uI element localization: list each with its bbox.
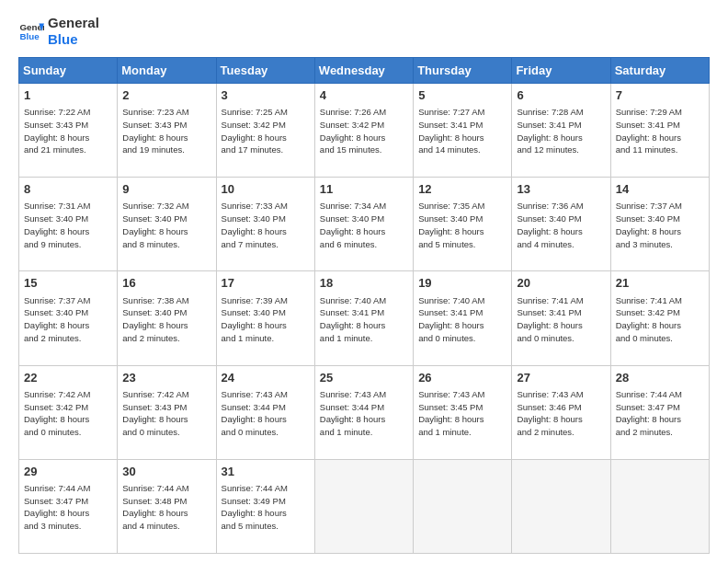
day-info: Sunrise: 7:40 AMSunset: 3:41 PMDaylight:… [418,294,506,345]
day-info: Sunrise: 7:29 AMSunset: 3:41 PMDaylight:… [616,106,704,156]
day-info: Sunrise: 7:31 AMSunset: 3:40 PMDaylight:… [24,200,112,250]
day-cell-22: 22Sunrise: 7:42 AMSunset: 3:42 PMDayligh… [19,365,118,459]
weekday-tuesday: Tuesday [216,58,314,84]
week-row-1: 1Sunrise: 7:22 AMSunset: 3:43 PMDaylight… [19,84,710,178]
day-info: Sunrise: 7:42 AMSunset: 3:42 PMDaylight:… [24,388,112,439]
day-cell-17: 17Sunrise: 7:39 AMSunset: 3:40 PMDayligh… [216,271,314,365]
svg-text:Blue: Blue [19,31,40,41]
day-info: Sunrise: 7:44 AMSunset: 3:49 PMDaylight:… [222,482,310,533]
empty-cell [610,459,709,553]
day-cell-14: 14Sunrise: 7:37 AMSunset: 3:40 PMDayligh… [610,178,709,271]
day-cell-20: 20Sunrise: 7:41 AMSunset: 3:41 PMDayligh… [512,271,610,365]
logo: General Blue General Blue [18,15,99,48]
day-cell-12: 12Sunrise: 7:35 AMSunset: 3:40 PMDayligh… [414,178,512,271]
day-info: Sunrise: 7:23 AMSunset: 3:43 PMDaylight:… [122,106,210,156]
day-info: Sunrise: 7:37 AMSunset: 3:40 PMDaylight:… [24,294,112,345]
weekday-sunday: Sunday [19,58,118,84]
day-number: 21 [616,275,704,292]
day-info: Sunrise: 7:39 AMSunset: 3:40 PMDaylight:… [222,294,310,345]
day-cell-1: 1Sunrise: 7:22 AMSunset: 3:43 PMDaylight… [19,84,118,178]
day-info: Sunrise: 7:44 AMSunset: 3:48 PMDaylight:… [122,482,210,533]
day-info: Sunrise: 7:44 AMSunset: 3:47 PMDaylight:… [616,388,704,439]
day-info: Sunrise: 7:26 AMSunset: 3:42 PMDaylight:… [320,106,408,156]
day-cell-23: 23Sunrise: 7:42 AMSunset: 3:43 PMDayligh… [118,365,216,459]
day-number: 31 [222,464,310,480]
day-cell-11: 11Sunrise: 7:34 AMSunset: 3:40 PMDayligh… [314,178,413,271]
day-number: 11 [320,181,408,198]
day-cell-2: 2Sunrise: 7:23 AMSunset: 3:43 PMDaylight… [118,84,216,178]
day-cell-30: 30Sunrise: 7:44 AMSunset: 3:48 PMDayligh… [118,459,216,553]
day-cell-3: 3Sunrise: 7:25 AMSunset: 3:42 PMDaylight… [216,84,314,178]
day-number: 14 [616,181,704,198]
day-info: Sunrise: 7:42 AMSunset: 3:43 PMDaylight:… [122,388,210,439]
day-info: Sunrise: 7:41 AMSunset: 3:41 PMDaylight:… [517,294,605,345]
empty-cell [314,459,413,553]
weekday-friday: Friday [512,58,610,84]
day-number: 30 [122,464,210,480]
day-cell-27: 27Sunrise: 7:43 AMSunset: 3:46 PMDayligh… [512,365,610,459]
day-cell-19: 19Sunrise: 7:40 AMSunset: 3:41 PMDayligh… [414,271,512,365]
day-number: 23 [122,370,210,386]
day-info: Sunrise: 7:43 AMSunset: 3:44 PMDaylight:… [222,388,310,439]
day-info: Sunrise: 7:41 AMSunset: 3:42 PMDaylight:… [616,294,704,345]
logo-general-text: General [48,15,99,31]
day-number: 12 [418,181,506,198]
header: General Blue General Blue [18,15,710,48]
day-cell-4: 4Sunrise: 7:26 AMSunset: 3:42 PMDaylight… [314,84,413,178]
day-number: 27 [517,370,605,386]
day-info: Sunrise: 7:27 AMSunset: 3:41 PMDaylight:… [418,106,506,156]
day-number: 26 [418,370,506,386]
day-info: Sunrise: 7:38 AMSunset: 3:40 PMDaylight:… [122,294,210,345]
weekday-monday: Monday [118,58,216,84]
day-cell-31: 31Sunrise: 7:44 AMSunset: 3:49 PMDayligh… [216,459,314,553]
day-number: 15 [24,275,112,292]
day-number: 8 [24,181,112,198]
day-info: Sunrise: 7:33 AMSunset: 3:40 PMDaylight:… [222,200,310,250]
day-number: 5 [418,87,506,104]
day-cell-26: 26Sunrise: 7:43 AMSunset: 3:45 PMDayligh… [414,365,512,459]
day-cell-29: 29Sunrise: 7:44 AMSunset: 3:47 PMDayligh… [19,459,118,553]
day-number: 13 [517,181,605,198]
day-cell-5: 5Sunrise: 7:27 AMSunset: 3:41 PMDaylight… [414,84,512,178]
day-cell-15: 15Sunrise: 7:37 AMSunset: 3:40 PMDayligh… [19,271,118,365]
day-info: Sunrise: 7:43 AMSunset: 3:45 PMDaylight:… [418,388,506,439]
empty-cell [512,459,610,553]
empty-cell [414,459,512,553]
day-number: 29 [24,464,112,480]
day-number: 28 [616,370,704,386]
day-number: 2 [122,87,210,104]
day-info: Sunrise: 7:40 AMSunset: 3:41 PMDaylight:… [320,294,408,345]
day-info: Sunrise: 7:44 AMSunset: 3:47 PMDaylight:… [24,482,112,533]
day-cell-16: 16Sunrise: 7:38 AMSunset: 3:40 PMDayligh… [118,271,216,365]
week-row-4: 22Sunrise: 7:42 AMSunset: 3:42 PMDayligh… [19,365,710,459]
day-cell-7: 7Sunrise: 7:29 AMSunset: 3:41 PMDaylight… [610,84,709,178]
page: General Blue General Blue SundayMondayTu… [0,0,728,563]
day-cell-18: 18Sunrise: 7:40 AMSunset: 3:41 PMDayligh… [314,271,413,365]
day-info: Sunrise: 7:25 AMSunset: 3:42 PMDaylight:… [222,106,310,156]
day-number: 16 [122,275,210,292]
day-cell-6: 6Sunrise: 7:28 AMSunset: 3:41 PMDaylight… [512,84,610,178]
weekday-header-row: SundayMondayTuesdayWednesdayThursdayFrid… [19,58,710,84]
calendar-table: SundayMondayTuesdayWednesdayThursdayFrid… [18,57,710,554]
weekday-wednesday: Wednesday [314,58,413,84]
weekday-saturday: Saturday [610,58,709,84]
day-cell-10: 10Sunrise: 7:33 AMSunset: 3:40 PMDayligh… [216,178,314,271]
day-number: 22 [24,370,112,386]
day-number: 3 [222,87,310,104]
day-number: 25 [320,370,408,386]
week-row-3: 15Sunrise: 7:37 AMSunset: 3:40 PMDayligh… [19,271,710,365]
day-number: 24 [222,370,310,386]
day-number: 1 [24,87,112,104]
day-number: 6 [517,87,605,104]
day-cell-21: 21Sunrise: 7:41 AMSunset: 3:42 PMDayligh… [610,271,709,365]
day-info: Sunrise: 7:32 AMSunset: 3:40 PMDaylight:… [122,200,210,250]
day-cell-24: 24Sunrise: 7:43 AMSunset: 3:44 PMDayligh… [216,365,314,459]
day-number: 9 [122,181,210,198]
week-row-5: 29Sunrise: 7:44 AMSunset: 3:47 PMDayligh… [19,459,710,553]
day-info: Sunrise: 7:22 AMSunset: 3:43 PMDaylight:… [24,106,112,156]
day-info: Sunrise: 7:35 AMSunset: 3:40 PMDaylight:… [418,200,506,250]
day-number: 19 [418,275,506,292]
day-cell-13: 13Sunrise: 7:36 AMSunset: 3:40 PMDayligh… [512,178,610,271]
day-info: Sunrise: 7:34 AMSunset: 3:40 PMDaylight:… [320,200,408,250]
day-number: 20 [517,275,605,292]
